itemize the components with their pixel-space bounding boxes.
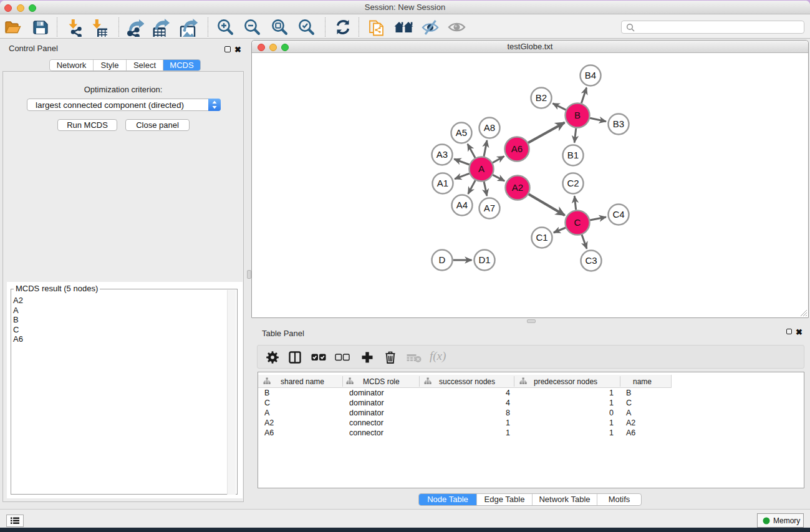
svg-text:A1: A1 — [437, 178, 448, 188]
svg-text:D1: D1 — [478, 254, 490, 265]
svg-text:A5: A5 — [456, 127, 467, 138]
svg-text:C2: C2 — [567, 178, 579, 188]
svg-text:C4: C4 — [612, 209, 624, 220]
svg-text:A6: A6 — [511, 143, 523, 154]
svg-text:D: D — [439, 254, 446, 265]
svg-text:A2: A2 — [512, 182, 523, 193]
svg-text:A3: A3 — [436, 149, 448, 160]
svg-text:B1: B1 — [567, 150, 579, 160]
svg-text:A7: A7 — [484, 203, 495, 213]
svg-text:B3: B3 — [613, 118, 624, 129]
svg-text:C3: C3 — [585, 255, 597, 266]
svg-text:C1: C1 — [536, 232, 547, 243]
svg-text:B: B — [574, 110, 581, 120]
svg-text:C: C — [574, 217, 581, 228]
svg-text:B4: B4 — [585, 70, 596, 80]
svg-text:A8: A8 — [484, 122, 495, 133]
svg-text:A4: A4 — [456, 200, 468, 210]
svg-text:B2: B2 — [536, 92, 547, 103]
svg-text:A: A — [478, 163, 485, 174]
